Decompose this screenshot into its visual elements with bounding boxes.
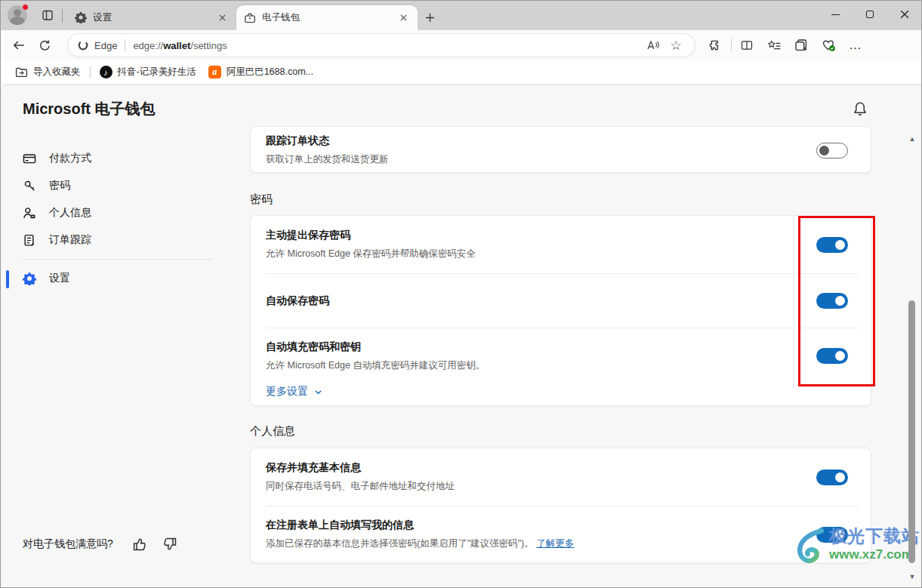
more-icon: …: [849, 43, 862, 48]
thumbs-up-button[interactable]: [131, 536, 148, 553]
payment-card-icon: [23, 152, 36, 165]
watermark-site-name: 极光下载站: [829, 525, 920, 548]
wallet-settings-page: Microsoft 电子钱包 付款方式 密码 个人信息 订单跟踪 设置: [0, 85, 922, 588]
sidebar-item-label: 密码: [49, 179, 70, 192]
setting-row-offer-save-passwords: 主动提出保存密码 允许 Microsoft Edge 保存密码并帮助确保密码安全: [251, 216, 871, 273]
setting-description-text: 添加已保存的基本信息并选择强密码(如果启用了"建议强密码")。: [266, 538, 536, 549]
notifications-button[interactable]: [853, 101, 868, 116]
sidebar-item-payment-methods[interactable]: 付款方式: [23, 145, 213, 172]
sidebar-item-label: 个人信息: [49, 206, 91, 220]
import-folder-icon: [15, 66, 28, 79]
read-aloud-button[interactable]: [642, 35, 665, 55]
bell-icon: [853, 101, 868, 116]
sidebar-item-passwords[interactable]: 密码: [23, 172, 213, 199]
favorites-list-icon: [767, 39, 782, 52]
passwords-card: 主动提出保存密码 允许 Microsoft Edge 保存密码并帮助确保密码安全…: [250, 215, 871, 406]
bookmark-label: 导入收藏夹: [33, 66, 81, 79]
wallet-sidebar: 付款方式 密码 个人信息 订单跟踪 设置: [23, 145, 213, 292]
thumbs-down-button[interactable]: [162, 536, 178, 553]
setting-row-save-basic-info: 保存并填充基本信息 同时保存电话号码、电子邮件地址和交付地址: [251, 448, 871, 506]
url-host: wallet: [163, 40, 190, 51]
order-status-card: 跟踪订单状态 获取订单上的发货和送货更新: [250, 126, 871, 173]
tab-close-button[interactable]: [215, 11, 229, 24]
site-watermark: 极光下载站 www.xz7.com: [793, 525, 920, 569]
close-window-button[interactable]: [887, 0, 922, 29]
bookmark-import-favorites[interactable]: 导入收藏夹: [9, 63, 87, 82]
toolbar-actions: …: [702, 33, 869, 57]
alibaba-icon: a: [208, 66, 221, 79]
scrollbar-up-arrow[interactable]: ▲: [906, 134, 918, 143]
more-settings-link[interactable]: 更多设置: [266, 385, 308, 399]
personal-info-card: 保存并填充基本信息 同时保存电话号码、电子邮件地址和交付地址 在注册表单上自动填…: [250, 448, 871, 563]
scrollbar-thumb[interactable]: [908, 300, 915, 563]
thumbs-down-icon: [162, 536, 178, 553]
tab-label: 电子钱包: [262, 11, 396, 24]
watermark-site-url: www.xz7.com: [829, 548, 920, 562]
tab-wallet[interactable]: 电子钱包: [236, 5, 418, 30]
bookmark-alibaba[interactable]: a 阿里巴巴1688.com...: [202, 63, 319, 82]
page-title: Microsoft 电子钱包: [23, 99, 156, 119]
maximize-button[interactable]: [853, 0, 887, 29]
learn-more-link[interactable]: 了解更多: [536, 538, 574, 549]
tab-close-button[interactable]: [396, 11, 410, 25]
add-favorite-button[interactable]: ☆: [665, 35, 687, 55]
feedback-question: 对电子钱包满意吗?: [23, 537, 113, 551]
url-path: /settings: [190, 40, 227, 51]
setting-description: 允许 Microsoft Edge 保存密码并帮助确保密码安全: [266, 248, 476, 260]
back-button[interactable]: [6, 33, 32, 57]
toggle-track-orders-off[interactable]: [816, 143, 848, 159]
key-icon: [23, 179, 36, 192]
highlight-red-box: [798, 216, 875, 386]
back-arrow-icon: [12, 38, 26, 52]
favorites-button[interactable]: [760, 33, 788, 57]
order-tracking-icon: [23, 233, 36, 247]
setting-row-auto-save-passwords: 自动保存密码: [251, 274, 871, 328]
extensions-icon: [709, 38, 723, 52]
sidebar-active-indicator: [6, 270, 9, 288]
sidebar-divider: [23, 259, 213, 260]
settings-menu-button[interactable]: …: [842, 33, 869, 57]
section-header-passwords: 密码: [250, 192, 273, 207]
site-chip[interactable]: Edge: [77, 39, 117, 51]
watermark-logo-icon: [793, 525, 828, 569]
close-icon: [900, 10, 909, 19]
url-text[interactable]: edge://wallet/settings: [133, 40, 227, 51]
setting-description: 允许 Microsoft Edge 自动填充密码并建议可用密钥。: [266, 359, 485, 372]
scrollbar-down-arrow[interactable]: ▼: [906, 572, 918, 581]
toggle-save-basic-info-on[interactable]: [816, 469, 848, 485]
address-bar[interactable]: Edge edge://wallet/settings ☆: [68, 34, 695, 57]
settings-gear-icon: [23, 272, 36, 285]
maximize-icon: [866, 11, 874, 18]
setting-description: 获取订单上的发货和送货更新: [266, 153, 389, 166]
bookmark-label: 抖音-记录美好生活: [118, 66, 196, 79]
extensions-button[interactable]: [702, 33, 729, 57]
edge-logo-icon: [77, 39, 89, 51]
setting-title: 主动提出保存密码: [266, 229, 476, 242]
sidebar-item-personal-info[interactable]: 个人信息: [23, 199, 213, 226]
refresh-button[interactable]: [32, 33, 57, 57]
browser-toolbar: Edge edge://wallet/settings ☆ …: [0, 30, 922, 60]
new-tab-button[interactable]: [418, 5, 442, 30]
url-scheme: edge://: [133, 40, 163, 51]
sidebar-item-label: 设置: [49, 272, 70, 285]
sidebar-item-settings[interactable]: 设置: [23, 265, 213, 292]
url-separator: [125, 39, 125, 51]
wallet-icon: [244, 12, 256, 24]
minimize-button[interactable]: [818, 0, 853, 29]
bookmark-douyin[interactable]: ♪ 抖音-记录美好生活: [94, 63, 202, 82]
tab-actions-button[interactable]: [35, 0, 60, 30]
refresh-icon: [39, 39, 51, 52]
profile-button[interactable]: [0, 0, 35, 30]
tab-settings[interactable]: 设置: [67, 5, 236, 30]
split-screen-button[interactable]: [733, 33, 760, 57]
browser-essentials-button[interactable]: [815, 33, 842, 57]
bookmarks-bar: 导入收藏夹 ♪ 抖音-记录美好生活 a 阿里巴巴1688.com...: [0, 60, 922, 85]
collections-button[interactable]: [788, 33, 815, 57]
sidebar-item-order-tracking[interactable]: 订单跟踪: [23, 226, 213, 254]
chevron-down-icon[interactable]: [313, 387, 323, 397]
titlebar-separator: [62, 9, 63, 23]
sidebar-item-label: 付款方式: [49, 152, 91, 165]
collections-icon: [794, 38, 808, 52]
plus-icon: [425, 13, 435, 23]
read-aloud-icon: [646, 39, 660, 51]
